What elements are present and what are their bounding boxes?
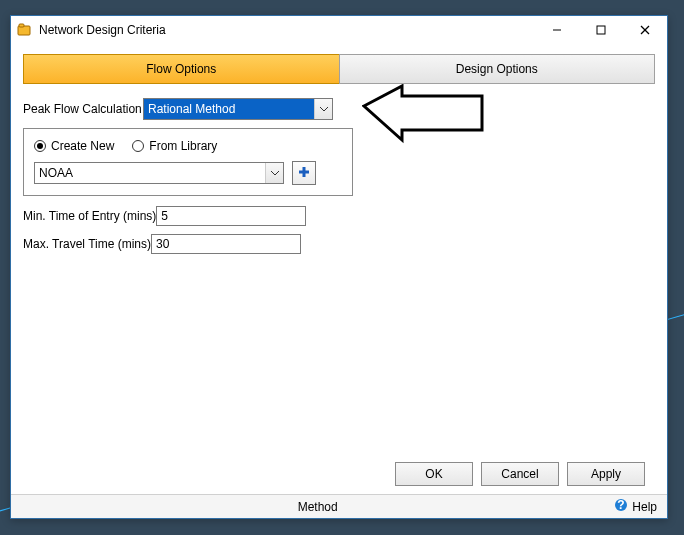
min-entry-label: Min. Time of Entry (mins) — [23, 209, 156, 223]
plus-icon — [297, 165, 311, 182]
peak-flow-value: Rational Method — [144, 99, 314, 119]
svg-rect-1 — [19, 24, 24, 27]
chevron-down-icon — [314, 99, 332, 119]
library-dropdown[interactable]: NOAA — [34, 162, 284, 184]
button-label: OK — [425, 467, 442, 481]
button-label: Apply — [591, 467, 621, 481]
app-icon — [17, 22, 33, 38]
input-value: 30 — [156, 237, 169, 251]
radio-create-new[interactable]: Create New — [34, 139, 114, 153]
min-entry-row: Min. Time of Entry (mins) 5 — [23, 206, 655, 226]
tab-flow-options[interactable]: Flow Options — [23, 54, 340, 84]
close-button[interactable] — [623, 16, 667, 44]
svg-rect-3 — [597, 26, 605, 34]
content-spacer — [23, 262, 655, 454]
peak-flow-dropdown[interactable]: Rational Method — [143, 98, 333, 120]
dialog-content: Flow Options Design Options Peak Flow Ca… — [11, 44, 667, 494]
maximize-button[interactable] — [579, 16, 623, 44]
help-icon: ? — [614, 498, 628, 515]
status-center-text: Method — [21, 500, 614, 514]
window-title: Network Design Criteria — [39, 23, 535, 37]
library-value: NOAA — [35, 163, 265, 183]
min-entry-input[interactable]: 5 — [156, 206, 306, 226]
tab-label: Design Options — [456, 62, 538, 76]
status-bar: Method ? Help — [11, 494, 667, 518]
window-buttons — [535, 16, 667, 44]
dialog-buttons: OK Cancel Apply — [23, 454, 655, 494]
button-label: Cancel — [501, 467, 538, 481]
radio-dot-icon — [132, 140, 144, 152]
chevron-down-icon — [265, 163, 283, 183]
source-group: Create New From Library NOAA — [23, 128, 353, 196]
tab-strip: Flow Options Design Options — [23, 54, 655, 84]
peak-flow-label: Peak Flow Calculation — [23, 102, 143, 116]
source-radio-group: Create New From Library — [34, 139, 342, 153]
radio-label: Create New — [51, 139, 114, 153]
max-travel-label: Max. Travel Time (mins) — [23, 237, 151, 251]
input-value: 5 — [161, 209, 168, 223]
max-travel-input[interactable]: 30 — [151, 234, 301, 254]
help-link[interactable]: ? Help — [614, 498, 657, 515]
svg-text:?: ? — [618, 498, 625, 512]
minimize-button[interactable] — [535, 16, 579, 44]
radio-from-library[interactable]: From Library — [132, 139, 217, 153]
apply-button[interactable]: Apply — [567, 462, 645, 486]
help-label: Help — [632, 500, 657, 514]
library-row: NOAA — [34, 161, 342, 185]
radio-label: From Library — [149, 139, 217, 153]
form-area: Peak Flow Calculation Rational Method Cr… — [23, 84, 655, 262]
cancel-button[interactable]: Cancel — [481, 462, 559, 486]
ok-button[interactable]: OK — [395, 462, 473, 486]
radio-dot-icon — [34, 140, 46, 152]
dialog-window: Network Design Criteria Flow Options Des… — [10, 15, 668, 519]
title-bar: Network Design Criteria — [11, 16, 667, 44]
add-library-button[interactable] — [292, 161, 316, 185]
peak-flow-row: Peak Flow Calculation Rational Method — [23, 98, 655, 120]
tab-label: Flow Options — [146, 62, 216, 76]
max-travel-row: Max. Travel Time (mins) 30 — [23, 234, 655, 254]
tab-design-options[interactable]: Design Options — [339, 54, 656, 84]
